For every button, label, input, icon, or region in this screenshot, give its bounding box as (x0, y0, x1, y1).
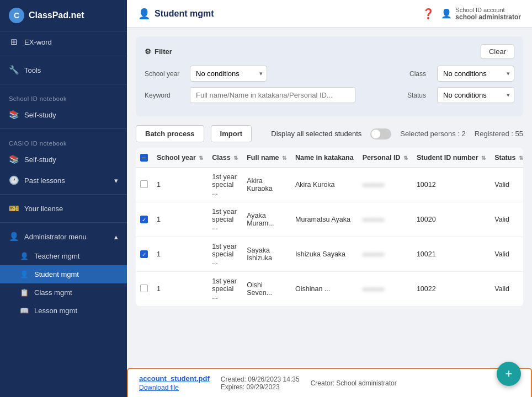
selected-persons: Selected persons : 2 (400, 130, 466, 138)
school-year-select[interactable]: No conditions (190, 66, 267, 82)
sidebar-item-label: Lesson mgmt (34, 307, 77, 315)
class-icon: 📋 (20, 288, 29, 297)
sidebar-item-admin-menu[interactable]: 👤 Administrator menu ▴ (0, 226, 127, 247)
sidebar-item-tools[interactable]: 🔧 Tools (0, 60, 127, 81)
book2-icon: 📚 (9, 154, 19, 164)
cell-personal-id: ●●●●●● (358, 202, 412, 237)
student-icon: 👤 (20, 270, 29, 278)
batch-process-button[interactable]: Batch process (136, 125, 204, 142)
file-name[interactable]: account_student.pdf (139, 374, 210, 383)
class-select-wrapper: No conditions (437, 66, 514, 82)
lesson-icon: 📖 (20, 307, 29, 315)
keyword-input[interactable] (190, 87, 355, 103)
col-full-name[interactable]: Full name ⇅ (242, 148, 291, 168)
app-logo[interactable]: C ClassPad.net (0, 0, 127, 31)
cell-full-name: Akira Kuraoka (242, 168, 291, 202)
account-label: School ID account (455, 7, 521, 13)
admin-label: school administrator (455, 13, 521, 21)
clear-button[interactable]: Clear (481, 44, 514, 59)
filter-header: ⚙ Filter Clear (145, 44, 514, 59)
casio-id-notebook-label: CASIO ID notebook (0, 132, 127, 149)
cell-name-katakana: Ishizuka Sayaka (291, 237, 358, 272)
students-table: — School year ⇅ Class ⇅ Full name ⇅ Name (136, 148, 523, 307)
divider-3 (0, 128, 127, 129)
status-label: Status (398, 92, 426, 99)
col-student-id-number[interactable]: Student ID number ⇅ (412, 148, 490, 168)
keyword-row: Keyword Status No conditions (145, 87, 514, 103)
registered: Registered : 55 (475, 130, 523, 138)
file-info: account_student.pdf Download file (139, 374, 210, 391)
sidebar-item-label: Past lessons (24, 176, 65, 185)
page-title: Student mgmt (155, 9, 214, 19)
school-year-select-wrapper: No conditions (190, 66, 267, 82)
sidebar-item-class-mgmt[interactable]: 📋 Class mgmt (0, 283, 127, 302)
license-icon: 🎫 (9, 203, 19, 213)
cell-school-year: 1 (152, 272, 208, 307)
row-checkbox[interactable]: ✓ (136, 237, 152, 272)
cell-personal-id: ●●●●●● (358, 272, 412, 307)
user-details: School ID account school administrator (455, 7, 521, 21)
history-icon: 🕐 (9, 175, 19, 185)
cell-personal-id: ●●●●●● (358, 237, 412, 272)
col-status[interactable]: Status ⇅ (490, 148, 523, 168)
chevron-up-icon: ▴ (114, 233, 118, 241)
filter-label: Filter (155, 47, 172, 56)
topbar: 👤 Student mgmt ❓ 👤 School ID account sch… (127, 0, 532, 28)
row-checkbox[interactable]: ✓ (136, 202, 152, 237)
sidebar-item-label: Your license (24, 205, 63, 213)
select-all-checkbox[interactable]: — (136, 148, 152, 168)
help-icon[interactable]: ❓ (422, 8, 434, 20)
school-year-row: School year No conditions Class No condi… (145, 66, 514, 82)
sidebar-item-label: Student mgmt (34, 270, 79, 278)
sidebar-item-label: Self-study (24, 155, 56, 164)
status-select[interactable]: No conditions (437, 87, 514, 103)
chevron-down-icon: ▾ (114, 176, 118, 185)
cell-student-id-number: 10020 (412, 202, 490, 237)
cell-class: 1st year special ... (208, 272, 242, 307)
cell-school-year: 1 (152, 237, 208, 272)
divider-1 (0, 56, 127, 56)
cell-class: 1st year special ... (208, 237, 242, 272)
sidebar-item-ex-word[interactable]: ⊞ EX-word (0, 31, 127, 52)
sidebar-item-your-license[interactable]: 🎫 Your license (0, 198, 127, 219)
filter-section: ⚙ Filter Clear School year No conditions… (136, 36, 523, 116)
sidebar-item-lesson-mgmt[interactable]: 📖 Lesson mgmt (0, 302, 127, 320)
sidebar-item-label: Tools (24, 66, 41, 74)
display-toggle[interactable] (370, 128, 391, 140)
table-row: 1 1st year special ... Akira Kuraoka Aki… (136, 168, 523, 202)
cell-name-katakana: Akira Kuroka (291, 168, 358, 202)
table-row: ✓ 1 1st year special ... Sayaka Ishizuka… (136, 237, 523, 272)
divider-5 (0, 222, 127, 223)
download-link[interactable]: Download file (139, 384, 210, 391)
sidebar-item-student-mgmt[interactable]: 👤 Student mgmt (0, 265, 127, 283)
teacher-icon: 👤 (20, 252, 29, 260)
status-select-wrapper: No conditions (437, 87, 514, 103)
file-bar: account_student.pdf Download file Create… (127, 368, 532, 397)
sidebar-item-self-study-1[interactable]: 📚 Self-study (0, 104, 127, 125)
cell-status: Valid (490, 202, 523, 237)
cell-class: 1st year special ... (208, 202, 242, 237)
col-name-katakana: Name in katakana (291, 148, 358, 168)
cell-full-name: Sayaka Ishizuka (242, 237, 291, 272)
display-label: Display all selected students (271, 130, 361, 138)
student-table: — School year ⇅ Class ⇅ Full name ⇅ Name (136, 148, 523, 307)
content-area: ⚙ Filter Clear School year No conditions… (127, 28, 532, 397)
cell-personal-id: ●●●●●● (358, 168, 412, 202)
tools-icon: 🔧 (9, 65, 19, 75)
sidebar-item-label: Teacher mgmt (34, 252, 79, 260)
row-checkbox[interactable] (136, 168, 152, 202)
row-checkbox[interactable] (136, 272, 152, 307)
user-icon: 👤 (441, 8, 452, 19)
sidebar-item-past-lessons[interactable]: 🕐 Past lessons ▾ (0, 170, 127, 191)
class-select[interactable]: No conditions (437, 66, 514, 82)
col-personal-id[interactable]: Personal ID ⇅ (358, 148, 412, 168)
add-fab-button[interactable]: + (497, 362, 521, 386)
admin-icon: 👤 (9, 232, 19, 242)
import-button[interactable]: Import (211, 125, 252, 142)
sidebar-item-label: Self-study (24, 111, 56, 119)
col-class[interactable]: Class ⇅ (208, 148, 242, 168)
sidebar-item-self-study-2[interactable]: 📚 Self-study (0, 149, 127, 170)
sidebar-item-teacher-mgmt[interactable]: 👤 Teacher mgmt (0, 247, 127, 265)
cell-student-id-number: 10021 (412, 237, 490, 272)
cell-student-id-number: 10022 (412, 272, 490, 307)
